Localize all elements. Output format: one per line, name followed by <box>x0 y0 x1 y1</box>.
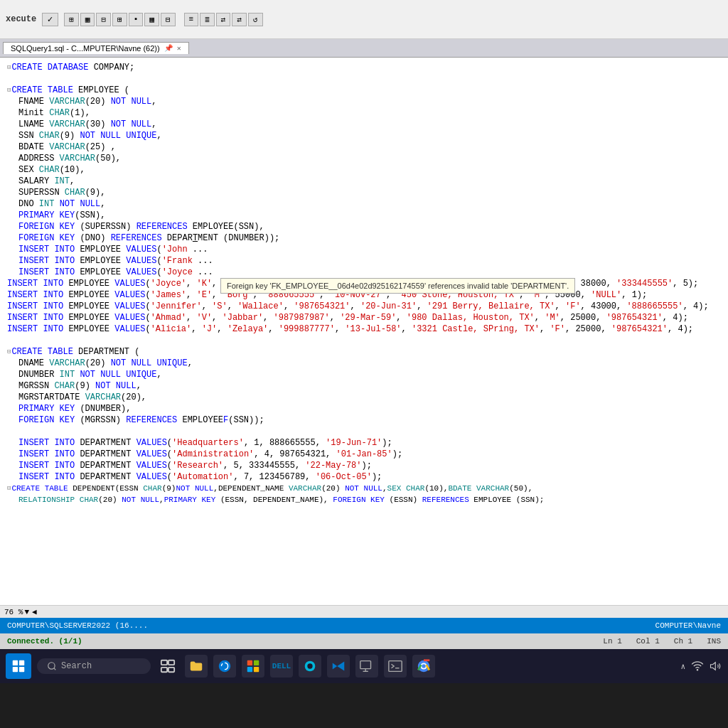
svg-point-10 <box>219 660 231 673</box>
svg-rect-20 <box>389 661 402 672</box>
code-line-1: ⊟ CREATE DATABASE COMPANY; <box>7 62 721 73</box>
ins-status: INS <box>707 637 721 646</box>
svg-line-5 <box>54 668 56 670</box>
task-view-button[interactable] <box>156 655 179 678</box>
zoom-dropdown[interactable]: ▼ <box>24 608 29 616</box>
svg-rect-14 <box>254 667 259 672</box>
terminal-button[interactable] <box>384 655 407 678</box>
code-line-salary: SALARY INT, <box>18 176 721 187</box>
grid-icon-1[interactable]: ⊞ <box>64 13 79 26</box>
svg-point-24 <box>422 664 426 668</box>
code-line-minit: Minit CHAR(1), <box>18 107 721 119</box>
format-icon-2[interactable]: ≣ <box>200 13 215 26</box>
code-line-ins6: INSERT INTO EMPLOYEE VALUES('Jennifer', … <box>7 301 721 312</box>
svg-rect-17 <box>360 661 371 669</box>
code-line-dept-ins1: INSERT INTO DEPARTMENT VALUES('Headquart… <box>18 437 721 449</box>
grid-icon-6[interactable]: ▦ <box>144 13 159 26</box>
check-button[interactable]: ✓ <box>42 13 58 26</box>
store-button[interactable] <box>242 655 264 678</box>
format-icon-3[interactable]: ⇄ <box>216 13 231 26</box>
toolbar-execute[interactable]: xecute <box>6 14 36 24</box>
close-tab-button[interactable]: ✕ <box>177 44 181 53</box>
scroll-left-icon[interactable]: ◀ <box>32 607 37 616</box>
ch-status: Ch 1 <box>674 637 692 646</box>
file-explorer-button[interactable] <box>185 655 208 678</box>
grid-icon-3[interactable]: ⊟ <box>96 13 111 26</box>
remote-desktop-button[interactable] <box>355 655 378 678</box>
svg-point-4 <box>48 663 55 669</box>
connection-status: Connected. (1/1) <box>7 637 82 646</box>
toolbar: xecute ✓ ⊞ ▦ ⊟ ⊞ ▪ ▦ ⊟ ≡ ≣ ⇄ ⇄ ↺ <box>0 0 728 39</box>
format-icon-1[interactable]: ≡ <box>184 13 199 26</box>
code-line-ins1: INSERT INTO EMPLOYEE VALUES('John ... <box>18 244 721 255</box>
code-line-fk1: FOREIGN KEY (SUPERSSN) REFERENCES EMPLOY… <box>18 221 721 232</box>
svg-marker-26 <box>711 663 716 670</box>
grid-icon-7[interactable]: ⊟ <box>161 13 176 26</box>
code-line-blank2 <box>7 335 721 346</box>
taskbar: Search DELL <box>0 649 728 683</box>
code-line-dname: DNAME VARCHAR(20) NOT NULL UNIQUE, <box>18 358 721 369</box>
svg-rect-12 <box>254 660 259 665</box>
svg-rect-2 <box>13 667 18 672</box>
code-line-ins7: INSERT INTO EMPLOYEE VALUES('Ahmad', 'V'… <box>7 312 721 323</box>
tray-up-arrow[interactable]: ∧ <box>680 662 685 671</box>
active-tab[interactable]: SQLQuery1.sql - C...MPUTER\Navne (62)) 📌… <box>3 42 189 54</box>
code-line-blank3 <box>7 426 721 437</box>
zoom-level: 76 % <box>4 608 23 616</box>
grid-icon-2[interactable]: ▦ <box>80 13 95 26</box>
svg-rect-6 <box>161 660 167 665</box>
code-line-ssn: SSN CHAR(9) NOT NULL UNIQUE, <box>18 130 721 141</box>
svg-rect-9 <box>168 668 174 672</box>
system-tray: ∧ <box>680 660 722 673</box>
windows-start-button[interactable] <box>6 653 31 679</box>
svg-rect-7 <box>168 660 174 665</box>
code-line-dept-ins3: INSERT INTO DEPARTMENT VALUES('Research'… <box>18 460 721 471</box>
code-line-dept-ins2: INSERT INTO DEPARTMENT VALUES('Administr… <box>18 449 721 460</box>
vscode-button[interactable] <box>327 655 350 678</box>
refresh-icon[interactable]: ↺ <box>248 13 263 26</box>
code-line-blank1 <box>7 73 721 85</box>
svg-rect-8 <box>161 668 167 672</box>
code-line-fk2: FOREIGN KEY (DNO) REFERENCES DEPARTMENT … <box>18 232 721 244</box>
collapse-dependent[interactable]: ⊟ <box>7 483 11 494</box>
zoom-bar: 76 % ▼ ◀ <box>0 605 728 618</box>
code-line-dept-ins4: INSERT INTO DEPARTMENT VALUES('Automatio… <box>18 471 721 483</box>
grid-icon-5[interactable]: ▪ <box>129 13 144 26</box>
code-line-fname: FNAME VARCHAR(20) NOT NULL, <box>18 96 721 107</box>
grid-icon-4[interactable]: ⊞ <box>112 13 127 26</box>
code-line-dependent2: RELATIONSHIP CHAR(20) NOT NULL,PRIMARY K… <box>18 494 721 505</box>
code-line-dependent1: ⊟ CREATE TABLE DEPENDENT(ESSN CHAR(9)NOT… <box>7 483 721 494</box>
collapse-1[interactable]: ⊟ <box>7 62 11 73</box>
volume-icon <box>710 660 722 673</box>
format-icon-4[interactable]: ⇄ <box>232 13 247 26</box>
pin-icon[interactable]: 📌 <box>164 44 173 53</box>
taskbar-search[interactable]: Search <box>37 658 151 674</box>
cursor-info: Ln 1 Col 1 Ch 1 INS <box>603 637 721 646</box>
code-line-ins8: INSERT INTO EMPLOYEE VALUES('Alicia', 'J… <box>7 323 721 335</box>
editor-scroll[interactable]: ⊟ CREATE DATABASE COMPANY; ⊟ CREATE TABL… <box>7 62 721 601</box>
svg-rect-13 <box>247 667 252 672</box>
svg-rect-1 <box>19 660 24 665</box>
tooltip: Foreign key 'FK_EMPLOYEE__06d4e02d925162… <box>220 278 575 294</box>
collapse-dept[interactable]: ⊟ <box>7 346 11 358</box>
tooltip-text: Foreign key 'FK_EMPLOYEE__06d4e02d925162… <box>227 282 569 290</box>
code-line-dept: ⊟ CREATE TABLE DEPARTMENT ( <box>7 346 721 358</box>
svg-point-25 <box>697 670 698 671</box>
code-line-ins2: INSERT INTO EMPLOYEE VALUES('Frank ... <box>18 255 721 267</box>
dell-icon[interactable]: DELL <box>270 655 293 678</box>
server-info: COMPUTER\SQLSERVER2022 (16.... <box>7 621 148 630</box>
code-line-bdate: BDATE VARCHAR(25) , <box>18 141 721 153</box>
code-line-mgrstartdate: MGRSTARTDATE VARCHAR(20), <box>18 392 721 403</box>
col-status: Col 1 <box>636 637 660 646</box>
chrome-button[interactable] <box>412 655 435 678</box>
code-line-sex: SEX CHAR(10), <box>18 164 721 176</box>
cortana-button[interactable] <box>299 655 321 678</box>
svg-rect-3 <box>19 667 24 672</box>
svg-rect-0 <box>13 660 18 665</box>
edge-browser-button[interactable] <box>213 655 236 678</box>
code-line-lname: LNAME VARCHAR(30) NOT NULL, <box>18 119 721 130</box>
collapse-employee[interactable]: ⊟ <box>7 85 11 96</box>
search-placeholder: Search <box>61 661 92 671</box>
code-line-pk: PRIMARY KEY(SSN), <box>18 210 721 221</box>
tab-title: SQLQuery1.sql - C...MPUTER\Navne (62)) <box>11 44 160 53</box>
